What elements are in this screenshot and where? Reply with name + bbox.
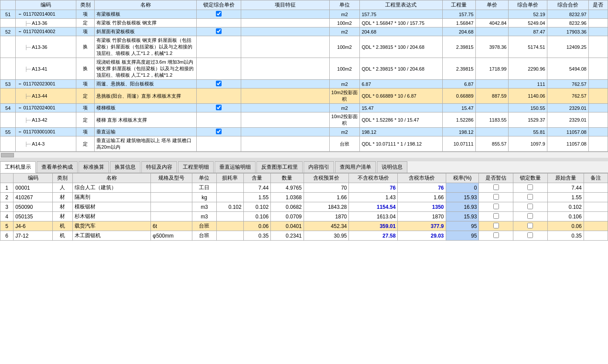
bot-row-remark bbox=[584, 183, 608, 193]
table-row[interactable]: ├─ A13-36定有梁板 竹胶合板模板 钢支撑100m2QDL * 1.568… bbox=[0, 19, 608, 27]
row-expr: 157.75 bbox=[360, 10, 443, 19]
row-price bbox=[475, 27, 509, 36]
bot-row-code: 410267 bbox=[14, 193, 53, 202]
bot-row-isest[interactable] bbox=[479, 183, 513, 193]
tab-6[interactable]: 垂直运输明细 bbox=[215, 161, 256, 173]
row-locked[interactable] bbox=[196, 136, 241, 152]
bot-col-no bbox=[0, 173, 14, 183]
row-unit: m2 bbox=[329, 80, 360, 88]
row-feature bbox=[241, 128, 329, 136]
bot-row-no-tax: 1.43 bbox=[349, 193, 398, 202]
bot-col-tax-budget: 含税预算价 bbox=[304, 173, 349, 183]
row-comp-price: 5174.51 bbox=[509, 36, 547, 58]
tab-3[interactable]: 换算信息 bbox=[110, 161, 140, 173]
row-isyes bbox=[588, 58, 608, 80]
bot-row-origcontent: 0.106 bbox=[547, 212, 584, 221]
tab-0[interactable]: 工料机显示 bbox=[0, 161, 36, 173]
tab-4[interactable]: 特征及内容 bbox=[141, 161, 177, 173]
row-locked[interactable] bbox=[196, 10, 241, 19]
row-locked[interactable] bbox=[196, 128, 241, 136]
bot-row-isest[interactable] bbox=[479, 231, 513, 241]
bot-row-isest[interactable] bbox=[479, 221, 513, 231]
bot-row-loss bbox=[216, 221, 243, 231]
row-feature bbox=[241, 58, 329, 80]
table-row[interactable]: 55－ 011703001001项垂直运输m2198.12198.1255.81… bbox=[0, 128, 608, 136]
tab-2[interactable]: 标准换算 bbox=[79, 161, 109, 173]
bot-row-remark bbox=[584, 221, 608, 231]
row-locked[interactable] bbox=[196, 58, 241, 80]
bot-row-isest[interactable] bbox=[479, 202, 513, 212]
bot-row-tax-budget: 30.95 bbox=[304, 231, 349, 241]
bot-col-code: 编码 bbox=[14, 173, 53, 183]
bot-row-qty: 0.0401 bbox=[270, 221, 304, 231]
bot-row-name: 综合人工（建筑） bbox=[72, 183, 150, 193]
table-row[interactable]: ├─ A13-42定楼梯 直形 木模板木支撑10m2投影面积QDL * 1.52… bbox=[0, 112, 608, 128]
row-total: 762.57 bbox=[547, 88, 588, 104]
bot-row-taxrate: 15.93 bbox=[446, 193, 479, 202]
top-scrollbar[interactable] bbox=[0, 152, 608, 158]
bot-row-spec bbox=[151, 193, 192, 202]
table-row[interactable]: ├─ A13-36换有梁板 竹胶合板模板 钢支撑 斜屋面板（包括梁板）斜屋面板（… bbox=[0, 36, 608, 58]
row-expr: 6.87 bbox=[360, 80, 443, 88]
bot-row-isest[interactable] bbox=[479, 193, 513, 202]
scroll-thumb[interactable] bbox=[1, 153, 14, 157]
tab-7[interactable]: 反查图形工程里 bbox=[256, 161, 303, 173]
row-locked[interactable] bbox=[196, 80, 241, 88]
bot-row-unit: m3 bbox=[192, 212, 216, 221]
bot-row-lockqty[interactable] bbox=[513, 183, 548, 193]
table-row[interactable]: 52－ 011702014002项斜屋面有梁板模板m2204.68204.688… bbox=[0, 27, 608, 36]
bot-col-type: 类别 bbox=[53, 173, 73, 183]
row-expr: QDL * 10.07111 * 1 / 198.12 bbox=[360, 136, 443, 152]
tab-5[interactable]: 工程里明细 bbox=[178, 161, 214, 173]
table-row[interactable]: 100001人综合人工（建筑）工日7.444.976570767607.44 bbox=[0, 183, 608, 193]
row-locked[interactable] bbox=[196, 104, 241, 112]
table-row[interactable]: ├─ A13-41换现浇砼模板 板支撑高度超过3.6m 增加3m以内 钢支撑 斜… bbox=[0, 58, 608, 80]
row-expr: QDL * 0.66889 * 10 / 6.87 bbox=[360, 88, 443, 104]
table-row[interactable]: 5J4-6机载货汽车6t台班0.060.0401452.34359.01377.… bbox=[0, 221, 608, 231]
bot-col-spec: 规格及型号 bbox=[151, 173, 192, 183]
row-locked[interactable] bbox=[196, 19, 241, 27]
row-unit: 100m2 bbox=[329, 36, 360, 58]
row-price bbox=[475, 10, 509, 19]
tab-10[interactable]: 说明信息 bbox=[377, 161, 407, 173]
table-row[interactable]: 6J7-12机木工圆锯机φ500mm台班0.350.234130.9527.58… bbox=[0, 231, 608, 241]
bot-row-lockqty[interactable] bbox=[513, 212, 548, 221]
row-qty: 204.68 bbox=[442, 27, 475, 36]
bot-col-lockqty: 锁定数量 bbox=[513, 173, 548, 183]
bot-row-type: 机 bbox=[53, 231, 73, 241]
table-row[interactable]: 3050090材模板锯材m30.1020.1020.06821843.28115… bbox=[0, 202, 608, 212]
row-type: 项 bbox=[76, 27, 95, 36]
bot-row-name: 隔离剂 bbox=[72, 193, 150, 202]
row-locked[interactable] bbox=[196, 112, 241, 128]
bot-row-taxrate: 15.93 bbox=[446, 212, 479, 221]
table-row[interactable]: 53－ 011702023001项雨篷、悬挑板、阳台板模板m26.876.871… bbox=[0, 80, 608, 88]
bot-row-lockqty[interactable] bbox=[513, 231, 548, 241]
table-row[interactable]: ├─ A13-44定悬挑板(阳台、雨篷）直形 木模板木支撑10m2投影面积QDL… bbox=[0, 88, 608, 104]
bot-row-lockqty[interactable] bbox=[513, 221, 548, 231]
bot-col-isest: 是否暂估 bbox=[479, 173, 513, 183]
table-row[interactable]: 2410267材隔离剂kg1.551.03681.661.431.6615.93… bbox=[0, 193, 608, 202]
row-locked[interactable] bbox=[196, 27, 241, 36]
row-comp-price: 1140.06 bbox=[509, 88, 547, 104]
bot-row-isest[interactable] bbox=[479, 212, 513, 221]
table-row[interactable]: 51－ 011702014001项有梁板模板m2157.75157.7552.1… bbox=[0, 10, 608, 19]
bot-row-tax-market: 1.66 bbox=[398, 193, 446, 202]
tab-8[interactable]: 内容指引 bbox=[304, 161, 334, 173]
col-type: 类别 bbox=[76, 0, 95, 10]
bot-row-no: 1 bbox=[0, 183, 14, 193]
table-row[interactable]: 4050135材杉木锯材m30.1060.070918701613.041870… bbox=[0, 212, 608, 221]
row-feature bbox=[241, 36, 329, 58]
row-locked[interactable] bbox=[196, 36, 241, 58]
row-name: 雨篷、悬挑板、阳台板模板 bbox=[95, 80, 197, 88]
row-code: ├─ A14-3 bbox=[16, 136, 76, 152]
bot-row-lockqty[interactable] bbox=[513, 193, 548, 202]
tab-9[interactable]: 查阅用户清单 bbox=[335, 161, 376, 173]
row-locked[interactable] bbox=[196, 88, 241, 104]
bot-row-qty: 0.0709 bbox=[270, 212, 304, 221]
tab-1[interactable]: 查看单价构成 bbox=[37, 161, 78, 173]
bot-row-lockqty[interactable] bbox=[513, 202, 548, 212]
table-row[interactable]: ├─ A14-3定垂直运输工程 建筑物地面以上 塔吊 建筑檐口高20m以内台班Q… bbox=[0, 136, 608, 152]
row-total: 2329.01 bbox=[547, 104, 588, 112]
table-row[interactable]: 54－ 011702024001项楼梯模板m215.4715.47150.552… bbox=[0, 104, 608, 112]
row-qty: 1.56847 bbox=[442, 19, 475, 27]
